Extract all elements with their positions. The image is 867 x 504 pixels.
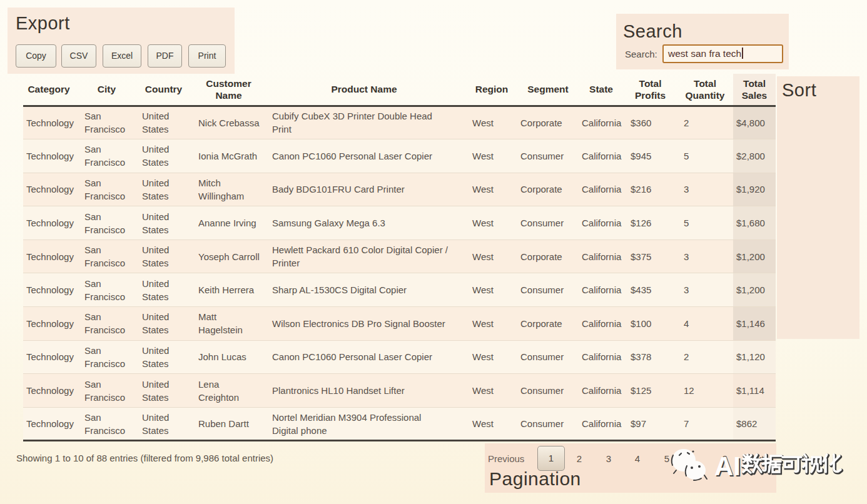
svg-text:AI: AI xyxy=(714,451,741,481)
